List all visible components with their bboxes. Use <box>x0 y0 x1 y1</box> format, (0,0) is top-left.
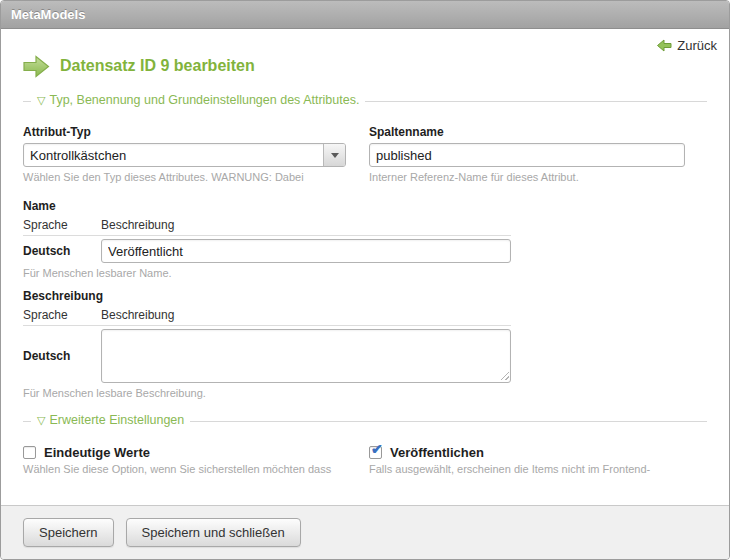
description-table-row: Deutsch <box>23 329 511 383</box>
attribute-type-label: Attribut-Typ <box>23 125 346 139</box>
unique-values-checkbox[interactable] <box>23 446 36 459</box>
back-arrow-icon <box>657 39 672 52</box>
back-link[interactable]: Zurück <box>657 38 717 53</box>
section-basic-legend-row: ▽Typ, Benennung und Grundeinstellungen d… <box>23 93 707 109</box>
collapse-triangle-icon: ▽ <box>37 94 45 106</box>
name-row-language: Deutsch <box>23 244 101 258</box>
description-field-group: Beschreibung Sprache Beschreibung Deutsc… <box>23 289 707 399</box>
page-heading: Datensatz ID 9 bearbeiten <box>23 53 707 79</box>
unique-values-field: Eindeutige Werte Wählen Sie diese Option… <box>23 445 346 475</box>
heading-arrow-icon <box>23 55 50 78</box>
name-language-table: Sprache Beschreibung Deutsch <box>23 218 511 263</box>
collapse-triangle-icon: ▽ <box>37 414 45 426</box>
type-column-row: Attribut-Typ Kontrollkästchen Wählen Sie… <box>23 125 707 183</box>
column-name-field: Spaltenname Interner Referenz-Name für d… <box>369 125 685 183</box>
description-help: Für Menschen lesbare Beschreibung. <box>23 387 707 399</box>
description-header-language: Sprache <box>23 308 101 322</box>
column-name-help: Interner Referenz-Name für dieses Attrib… <box>369 171 685 183</box>
column-name-input[interactable] <box>369 143 685 167</box>
save-button[interactable]: Speichern <box>23 518 114 547</box>
description-table-header: Sprache Beschreibung <box>23 308 511 326</box>
attribute-type-field: Attribut-Typ Kontrollkästchen Wählen Sie… <box>23 125 346 183</box>
back-link-label: Zurück <box>677 38 717 53</box>
checkbox-row: Eindeutige Werte Wählen Sie diese Option… <box>23 445 707 475</box>
section-basic-legend-label: Typ, Benennung und Grundeinstellungen de… <box>49 93 359 107</box>
page-title: Datensatz ID 9 bearbeiten <box>60 57 255 75</box>
name-table-header: Sprache Beschreibung <box>23 218 511 236</box>
name-table-row: Deutsch <box>23 239 511 263</box>
description-row-language: Deutsch <box>23 349 101 363</box>
select-dropdown-button[interactable] <box>323 144 345 166</box>
name-group-label: Name <box>23 199 707 213</box>
section-advanced-legend-label: Erweiterte Einstellungen <box>49 413 184 427</box>
section-advanced-legend-row: ▽Erweiterte Einstellungen <box>23 413 707 429</box>
unique-values-help: Wählen Sie diese Option, wenn Sie sicher… <box>23 463 346 475</box>
description-header-value: Beschreibung <box>101 308 174 322</box>
published-field: Veröffentlichen Falls ausgewählt, ersche… <box>369 445 685 475</box>
name-input[interactable] <box>101 239 511 263</box>
attribute-type-selected-value: Kontrollkästchen <box>30 148 317 163</box>
published-checkbox[interactable] <box>369 446 382 459</box>
published-label[interactable]: Veröffentlichen <box>390 445 484 460</box>
section-advanced-legend[interactable]: ▽Erweiterte Einstellungen <box>31 413 190 427</box>
description-language-table: Sprache Beschreibung Deutsch <box>23 308 511 383</box>
save-close-button[interactable]: Speichern und schließen <box>126 518 301 547</box>
name-header-language: Sprache <box>23 218 101 232</box>
name-field-group: Name Sprache Beschreibung Deutsch Für Me… <box>23 199 707 279</box>
attribute-type-help: Wählen Sie den Typ dieses Attributes. WA… <box>23 171 346 183</box>
attribute-type-select[interactable]: Kontrollkästchen <box>23 143 346 167</box>
description-textarea[interactable] <box>101 329 511 383</box>
unique-values-label[interactable]: Eindeutige Werte <box>44 445 150 460</box>
published-help: Falls ausgewählt, erscheinen die Items n… <box>369 463 685 475</box>
metamodels-window: MetaModels Zurück <box>0 0 730 560</box>
form-footer: Speichern Speichern und schließen <box>1 505 729 559</box>
name-header-value: Beschreibung <box>101 218 174 232</box>
edit-form: Zurück Datensatz ID 9 bearbeiten ▽Typ, <box>1 29 729 505</box>
column-name-label: Spaltenname <box>369 125 685 139</box>
app-title: MetaModels <box>1 1 729 29</box>
chevron-down-icon <box>331 153 339 158</box>
section-basic-legend[interactable]: ▽Typ, Benennung und Grundeinstellungen d… <box>31 93 365 107</box>
description-group-label: Beschreibung <box>23 289 707 303</box>
name-help: Für Menschen lesbarer Name. <box>23 267 707 279</box>
